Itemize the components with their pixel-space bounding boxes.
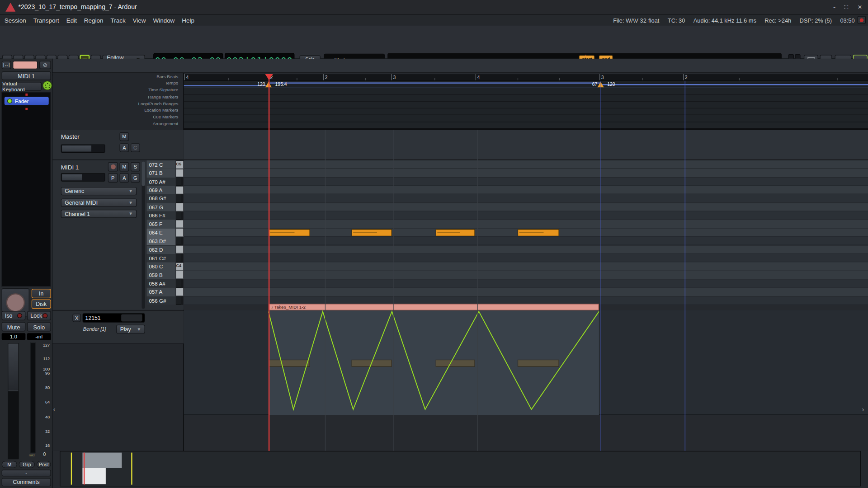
menu-edit[interactable]: Edit [66,17,77,23]
midi-playlist-button[interactable]: P [108,173,118,183]
automation-lane-header[interactable]: X 12151 Bender [1] Play▼ [52,310,184,343]
master-gain-slider[interactable] [61,145,105,153]
nav-right-icon[interactable]: › [862,406,864,413]
piano-key-white[interactable] [176,169,183,178]
pianoroll-scrollbar-thumb[interactable] [142,162,145,186]
piano-key-white[interactable] [176,229,183,237]
strip-track-name-button[interactable]: MIDI 1 [2,71,51,80]
midi-automation-button[interactable]: A [119,173,129,183]
midi-note[interactable] [269,229,310,236]
piano-key-white[interactable] [176,220,183,228]
processor-led[interactable] [7,99,12,103]
automation-value-field[interactable]: 12151 [82,313,145,323]
ruler-label-arrangement[interactable]: Arrangement [153,122,179,128]
piano-key-black[interactable] [176,279,181,288]
summary-view-window[interactable] [82,468,105,484]
solo-isolate-button[interactable]: Iso [2,311,26,320]
midi-note[interactable] [352,229,392,236]
solo-lock-button[interactable]: Lock [27,311,51,320]
menu-region[interactable]: Region [84,17,104,23]
ruler-label-cue-markers[interactable]: Cue Markers [153,115,178,122]
midi-mute-button[interactable]: M [119,162,129,172]
ruler-label-time-signature[interactable]: Time Signature [148,88,178,94]
group-button[interactable]: Grp [19,461,35,468]
summary-session-end-line[interactable] [131,453,132,485]
midi-region-header[interactable]: ♪Take6_MIDI 1-2 [269,304,599,310]
summary-playhead-line[interactable] [84,453,85,485]
midnam-model-dropdown[interactable]: General MIDI▼ [61,199,137,207]
record-safe-icon[interactable]: |↔| [2,61,11,69]
piano-key-white[interactable] [176,203,183,211]
piano-key-black[interactable] [176,237,181,245]
post-button[interactable]: Post [37,461,51,468]
piano-key-black[interactable] [176,178,181,186]
master-track-header[interactable]: Master M A G [52,130,184,160]
master-group-button[interactable]: G [131,143,140,152]
gain-fader-handle[interactable] [8,343,18,391]
monitor-input-button[interactable]: In [32,289,51,298]
track-color-swatch[interactable] [13,61,38,69]
midi-din-icon[interactable] [42,81,52,90]
midi-group-button[interactable]: G [131,173,140,183]
automation-close-button[interactable]: X [72,314,80,322]
automation-value-handle[interactable] [121,314,142,322]
midi-note[interactable] [436,229,475,236]
eye-slash-icon[interactable]: ⊘ [39,61,51,69]
midi-note[interactable] [518,229,559,236]
virtual-keyboard-button[interactable]: Virtual Keyboard [2,82,42,91]
automation-mode-dropdown[interactable]: Play▼ [116,325,145,334]
automation-value-text: 12151 [85,315,101,321]
midi-rec-enable-button[interactable] [108,162,118,172]
piano-key-black[interactable] [176,211,181,220]
menu-session[interactable]: Session [5,17,26,23]
piano-key-black[interactable] [176,254,181,263]
group-assign-button[interactable]: - [2,470,51,477]
editor-canvas[interactable]: 4223432 120195.467120 ♪Take6_MIDI 1-2 [184,73,868,451]
mute-button[interactable]: Mute [2,322,26,332]
fader-scale-mark: 48 [37,414,50,419]
ruler-label-tempo[interactable]: Tempo [165,81,178,88]
ruler-label-location-markers[interactable]: Location Markers [144,108,178,115]
window-maximize-icon[interactable]: ⛶ [844,4,848,11]
piano-key-black[interactable] [176,194,181,203]
pianoroll-scrollbar[interactable] [142,162,145,309]
gain-fader-track[interactable] [7,343,19,460]
error-log-button[interactable] [858,16,866,24]
window-shade-icon[interactable]: ⌄ [832,3,836,9]
processor-box[interactable]: Fader [2,92,51,286]
menu-view[interactable]: View [133,17,146,23]
meter-peak-value[interactable]: 0 [43,451,46,457]
master-mute-button[interactable]: M [119,132,129,141]
piano-key-white[interactable] [176,288,183,296]
solo-button[interactable]: Solo [27,322,51,332]
processor-fader-entry[interactable]: Fader [5,97,49,105]
ruler-label-range-markers[interactable]: Range Markers [148,94,178,101]
midi-solo-button[interactable]: S [131,162,140,172]
piano-key-white[interactable] [176,246,183,254]
summary-strip[interactable] [60,451,861,486]
ruler-label-bars-beats[interactable]: Bars:Beats [156,74,178,81]
piano-key-white[interactable] [176,186,183,194]
midi-gain-slider[interactable] [61,173,105,181]
menu-track[interactable]: Track [110,17,125,23]
summary-session-start-line[interactable] [71,453,72,485]
monitor-disk-button[interactable]: Disk [32,299,51,309]
menu-transport[interactable]: Transport [33,17,59,23]
gain-display[interactable]: 1.0 [2,333,26,340]
nav-left-icon[interactable]: ‹ [53,406,56,413]
comments-button[interactable]: Comments [2,478,51,486]
window-close-icon[interactable]: ✕ [858,4,862,10]
peak-display[interactable]: -inf [27,333,51,340]
pitch-bend-curve[interactable] [269,310,599,415]
master-automation-button[interactable]: A [119,143,129,152]
ruler-label-loop-punch-ranges[interactable]: Loop/Punch Ranges [138,101,179,108]
midnam-device-dropdown[interactable]: Generic▼ [61,187,137,195]
piano-key-black[interactable] [176,296,181,305]
midi-track-name[interactable]: MIDI 1 [61,164,79,170]
metering-button[interactable]: M [2,461,17,468]
master-track-name[interactable]: Master [61,133,80,140]
piano-key-white[interactable] [176,271,183,279]
menu-help[interactable]: Help [182,17,194,23]
menu-window[interactable]: Window [153,17,175,23]
midi-channel-dropdown[interactable]: Channel 1▼ [61,210,137,218]
